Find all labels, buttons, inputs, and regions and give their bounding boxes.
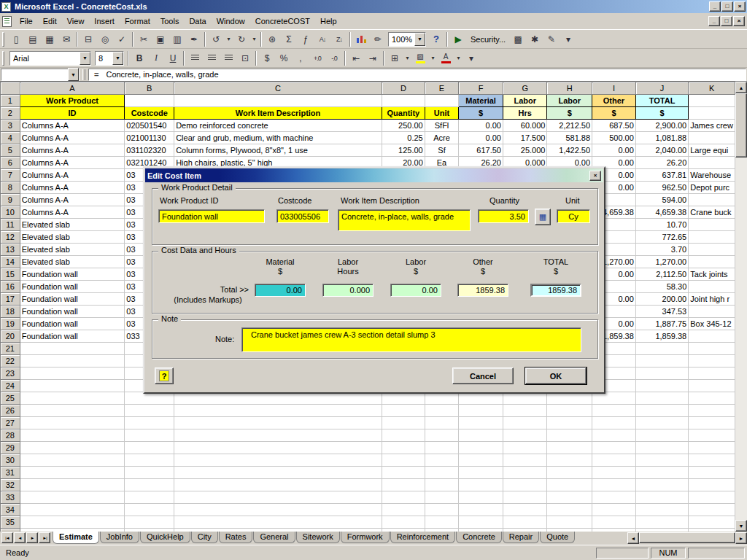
cell[interactable]: Tack joints xyxy=(689,268,735,281)
cell[interactable]: 637.81 xyxy=(635,169,688,182)
material-total-field[interactable]: 0.00 xyxy=(255,284,306,297)
cell[interactable] xyxy=(20,343,125,355)
cell[interactable] xyxy=(503,392,546,405)
cell[interactable]: Quantity xyxy=(382,107,425,120)
cell[interactable] xyxy=(503,467,546,479)
cell[interactable] xyxy=(459,516,503,529)
labor-dollars-total-field[interactable]: 0.00 xyxy=(390,284,441,297)
cell[interactable] xyxy=(592,405,636,417)
cell[interactable] xyxy=(547,442,592,454)
underline-icon[interactable]: U xyxy=(165,50,181,66)
cell[interactable]: Elevated slab xyxy=(20,256,125,268)
merge-and-center-icon[interactable]: ⊡ xyxy=(237,50,253,66)
cell[interactable] xyxy=(174,491,382,504)
cell[interactable] xyxy=(503,417,546,429)
row-header-23[interactable]: 23 xyxy=(1,368,20,380)
print-preview-icon[interactable]: ◎ xyxy=(97,31,113,47)
cell[interactable] xyxy=(689,107,735,120)
cell[interactable] xyxy=(689,368,735,380)
cell[interactable] xyxy=(174,442,382,454)
cell[interactable] xyxy=(20,516,125,529)
row-header-3[interactable]: 3 xyxy=(1,120,20,132)
cell[interactable] xyxy=(689,491,735,504)
cell[interactable]: $ xyxy=(592,107,636,120)
cell[interactable]: Column forms, Plywood, 8"x8", 1 use xyxy=(174,144,382,157)
cell[interactable] xyxy=(689,231,735,244)
row-header-4[interactable]: 4 xyxy=(1,132,20,144)
row-header-11[interactable]: 11 xyxy=(1,219,20,231)
redo-icon[interactable]: ↻ xyxy=(233,31,249,47)
tab-quote[interactable]: Quote xyxy=(540,532,575,543)
cell[interactable] xyxy=(547,516,592,529)
cell[interactable] xyxy=(635,442,688,454)
visual-basic-editor-icon[interactable]: ▩ xyxy=(510,31,526,47)
cell[interactable] xyxy=(635,405,688,417)
scroll-right-icon[interactable]: ► xyxy=(735,532,747,544)
cell[interactable] xyxy=(125,516,174,529)
row-header-17[interactable]: 17 xyxy=(1,293,20,306)
insert-hyperlink-icon[interactable]: ⊛ xyxy=(264,31,280,47)
cell[interactable] xyxy=(689,95,735,107)
cell[interactable] xyxy=(425,417,459,429)
row-header-7[interactable]: 7 xyxy=(1,169,20,182)
row-header-22[interactable]: 22 xyxy=(1,355,20,368)
cell[interactable] xyxy=(20,368,125,380)
row-header-35[interactable]: 35 xyxy=(1,516,20,529)
cell[interactable]: 1,422.50 xyxy=(547,144,592,157)
cell[interactable] xyxy=(20,467,125,479)
cell[interactable]: Crane buck xyxy=(689,206,735,219)
cell[interactable]: Foundation wall xyxy=(20,281,125,293)
menu-window[interactable]: Window xyxy=(212,14,250,28)
column-header-b[interactable]: B xyxy=(125,82,174,95)
cell[interactable]: Costcode xyxy=(125,107,174,120)
cell[interactable] xyxy=(592,392,636,405)
tab-repair[interactable]: Repair xyxy=(503,532,539,543)
cell[interactable] xyxy=(689,256,735,268)
currency-style-icon[interactable]: $ xyxy=(259,50,275,66)
cell[interactable] xyxy=(635,467,688,479)
drawing-icon[interactable]: ✏ xyxy=(370,31,386,47)
cancel-button[interactable]: Cancel xyxy=(452,368,514,384)
cell[interactable] xyxy=(20,380,125,392)
cell[interactable] xyxy=(503,479,546,491)
italic-icon[interactable]: I xyxy=(148,50,164,66)
row-header-33[interactable]: 33 xyxy=(1,491,20,504)
cell[interactable]: TOTAL xyxy=(635,95,688,107)
menu-tools[interactable]: Tools xyxy=(155,14,185,28)
cell[interactable] xyxy=(125,467,174,479)
formula-input[interactable]: = Concrete, in-place, walls, grade xyxy=(88,69,746,81)
font-name-combo[interactable]: Arial▼ xyxy=(9,51,91,66)
row-header-8[interactable]: 8 xyxy=(1,182,20,194)
cell[interactable] xyxy=(459,467,503,479)
cell[interactable] xyxy=(547,405,592,417)
cell[interactable] xyxy=(503,454,546,467)
horizontal-scrollbar[interactable]: ◄ ► xyxy=(627,532,747,544)
row-header-16[interactable]: 16 xyxy=(1,281,20,293)
menu-data[interactable]: Data xyxy=(184,14,211,28)
row-header-19[interactable]: 19 xyxy=(1,318,20,330)
cell[interactable] xyxy=(382,429,425,442)
undo-dropdown-icon[interactable]: ▾ xyxy=(225,31,233,47)
cell[interactable] xyxy=(635,516,688,529)
cell[interactable]: 250.00 xyxy=(382,120,425,132)
row-header-27[interactable]: 27 xyxy=(1,417,20,429)
cell[interactable]: Columns A-A xyxy=(20,182,125,194)
paste-icon[interactable]: ▥ xyxy=(169,31,185,47)
tab-formwork[interactable]: Formwork xyxy=(341,532,390,543)
cell[interactable]: Columns A-A xyxy=(20,157,125,169)
row-header-32[interactable]: 32 xyxy=(1,479,20,491)
row-header-24[interactable]: 24 xyxy=(1,380,20,392)
cell[interactable] xyxy=(20,479,125,491)
cell[interactable] xyxy=(425,442,459,454)
cell[interactable] xyxy=(174,95,382,107)
column-header-f[interactable]: F xyxy=(459,82,503,95)
increase-decimal-icon[interactable]: +.0 xyxy=(309,50,325,66)
cell[interactable] xyxy=(125,454,174,467)
cell[interactable] xyxy=(547,491,592,504)
cell[interactable]: Warehouse xyxy=(689,169,735,182)
cell[interactable]: 4,659.38 xyxy=(635,206,688,219)
row-header-12[interactable]: 12 xyxy=(1,231,20,244)
cell[interactable] xyxy=(125,479,174,491)
bold-icon[interactable]: B xyxy=(131,50,147,66)
cell[interactable]: Acre xyxy=(425,132,459,144)
